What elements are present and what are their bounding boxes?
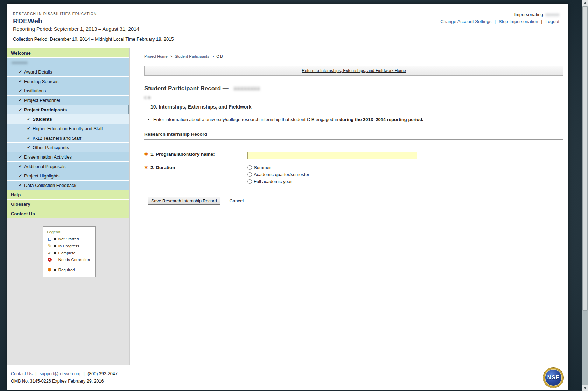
legend-label: In Progress [58, 244, 79, 248]
breadcrumb-project-home-link[interactable]: Project Home [144, 54, 168, 58]
scroll-up-button[interactable] [582, 0, 588, 6]
scrollbar-thumb[interactable] [582, 6, 588, 311]
required-asterisk-icon: ✱ [144, 152, 148, 157]
legend-label: Needs Correction [58, 258, 90, 262]
complete-check-icon: ✓ [19, 164, 22, 169]
legend-box: Legend = Not Started ✎ = In Progress ✓ =… [43, 226, 96, 277]
program-name-row: ✱ 1. Program/laboratory name: [144, 152, 564, 159]
complete-check-icon: ✓ [19, 154, 22, 159]
reporting-period: Reporting Period: September 1, 2013 – Au… [13, 26, 174, 32]
duration-radio-full-year[interactable] [247, 179, 252, 184]
equals-sign: = [54, 251, 56, 255]
sidebar-item-institutions[interactable]: ✓ Institutions [7, 86, 130, 96]
breadcrumb: Project Home > Student Participants > C … [144, 54, 564, 58]
sidebar-item-label: Data Collection Feedback [24, 183, 76, 188]
equals-sign: = [54, 244, 56, 248]
sidebar-item-students[interactable]: ✓ Students [7, 114, 130, 124]
sidebar-item-label: Other Participants [33, 145, 69, 150]
footer-contact-line: Contact Us | support@rdeweb.org | (800) … [11, 371, 118, 376]
duration-option-academic-quarter[interactable]: Academic quarter/semester [247, 172, 309, 177]
stop-impersonation-link[interactable]: Stop Impersonation [499, 19, 538, 24]
sidebar-item-label: Contact Us [11, 211, 35, 216]
sidebar-item-other-participants[interactable]: ✓ Other Participants [7, 143, 130, 152]
arrow-down-icon [584, 387, 587, 389]
legend-label: Complete [58, 251, 76, 255]
footer-support-email-link[interactable]: support@rdeweb.org [40, 371, 80, 376]
legend-label: Required [58, 268, 75, 272]
sidebar-item-award-number[interactable]: xxxxxxx [7, 58, 130, 67]
breadcrumb-current: C B [216, 54, 223, 58]
sidebar-item-data-collection-feedback[interactable]: ✓ Data Collection Feedback [7, 181, 130, 190]
save-research-internship-button[interactable]: Save Research Internship Record [148, 197, 220, 205]
sidebar-item-label: Project Highlights [24, 173, 59, 179]
sidebar-item-dissemination-activities[interactable]: ✓ Dissemination Activities [7, 152, 130, 162]
instruction-list: Enter information about a university/col… [153, 117, 564, 123]
collection-period: Collection Period: December 10, 2014 – M… [13, 36, 174, 42]
sidebar-item-label: Additional Proposals [24, 164, 66, 169]
equals-sign: = [54, 268, 56, 272]
footer-contact-us-link[interactable]: Contact Us [11, 371, 33, 376]
sidebar-item-project-participants[interactable]: ✓ Project Participants [7, 105, 130, 114]
sidebar-item-project-highlights[interactable]: ✓ Project Highlights [7, 171, 130, 181]
sidebar-item-label: Funding Sources [24, 79, 58, 84]
breadcrumb-separator: > [170, 54, 172, 58]
duration-label-text: 2. Duration [150, 165, 175, 170]
duration-label: ✱ 2. Duration [144, 165, 247, 170]
sidebar-item-welcome[interactable]: Welcome [7, 48, 130, 58]
sidebar-item-higher-ed-faculty-staff[interactable]: ✓ Higher Education Faculty and Staff [7, 124, 130, 133]
sidebar-item-award-details[interactable]: ✓ Award Details [7, 67, 130, 77]
sidebar-item-project-personnel[interactable]: ✓ Project Personnel [7, 96, 130, 105]
account-links: Change Account Settings | Stop Impersona… [440, 19, 559, 24]
sidebar-item-label: Institutions [24, 88, 46, 93]
sidebar-item-additional-proposals[interactable]: ✓ Additional Proposals [7, 162, 130, 171]
breadcrumb-student-participants-link[interactable]: Student Participants [175, 54, 209, 58]
duration-radio-academic-quarter[interactable] [247, 172, 252, 177]
section-title: 10. Internships, Externships, and Fieldw… [150, 104, 564, 110]
impersonating-user-masked: xxxxxx [546, 12, 559, 17]
required-asterisk-icon: ✱ [47, 267, 52, 272]
header-right: Impersonating: xxxxxx Change Account Set… [440, 12, 559, 48]
duration-option-full-year[interactable]: Full academic year [247, 179, 309, 184]
complete-check-icon: ✓ [19, 107, 22, 112]
check-icon: ✓ [47, 251, 52, 256]
duration-option-summer[interactable]: Summer [247, 165, 309, 170]
program-name-input[interactable] [247, 152, 417, 159]
header-left: RESEARCH IN DISABILITIES EDUCATION RDEWe… [13, 12, 174, 48]
cancel-link[interactable]: Cancel [230, 198, 244, 203]
sidebar-nav: Welcome xxxxxxx ✓ Award Details ✓ Fundin… [7, 48, 130, 365]
sidebar-item-funding-sources[interactable]: ✓ Funding Sources [7, 77, 130, 86]
page-title: Student Participant Record — xxxxxxxx [144, 85, 564, 92]
link-separator: | [541, 19, 542, 24]
award-number-masked: xxxxxxx [12, 60, 28, 65]
legend-title: Legend [47, 230, 92, 234]
page-footer: Contact Us | support@rdeweb.org | (800) … [7, 365, 568, 390]
complete-check-icon: ✓ [19, 79, 22, 84]
sidebar-item-contact-us[interactable]: Contact Us [7, 209, 130, 218]
page-title-text: Student Participant Record — [144, 85, 229, 92]
impersonating-line: Impersonating: xxxxxx [440, 12, 559, 17]
return-home-link[interactable]: Return to Internships, Externships, and … [302, 68, 406, 73]
form-actions: Save Research Internship Record Cancel [148, 197, 564, 205]
instruction-bold: during the 2013–2014 reporting period. [340, 117, 424, 122]
link-separator: | [495, 19, 496, 24]
sidebar-item-label: Higher Education Faculty and Staff [33, 126, 103, 131]
sidebar-item-label: Students [33, 117, 52, 122]
change-account-settings-link[interactable]: Change Account Settings [440, 19, 491, 24]
sidebar-item-help[interactable]: Help [7, 190, 130, 200]
logout-link[interactable]: Logout [545, 19, 559, 24]
student-name-masked: C B [144, 96, 564, 100]
award-number-masked: xxxxxxxx [234, 85, 260, 92]
sidebar-item-glossary[interactable]: Glossary [7, 200, 130, 209]
complete-check-icon: ✓ [19, 183, 22, 188]
vertical-scrollbar[interactable] [582, 0, 588, 391]
nsf-logo-text: NSF [547, 375, 560, 381]
instruction-text: Enter information about a university/col… [153, 117, 340, 122]
sidebar-item-k12-teachers-staff[interactable]: ✓ K-12 Teachers and Staff [7, 133, 130, 143]
impersonating-label: Impersonating: [514, 12, 544, 17]
scroll-down-button[interactable] [582, 385, 588, 391]
internship-form: ✱ 1. Program/laboratory name: ✱ 2. Durat… [144, 152, 564, 205]
legend-label: Not Started [58, 237, 79, 241]
duration-radio-group: Summer Academic quarter/semester Full ac… [247, 165, 309, 184]
complete-check-icon: ✓ [19, 88, 22, 93]
duration-radio-summer[interactable] [247, 165, 252, 170]
